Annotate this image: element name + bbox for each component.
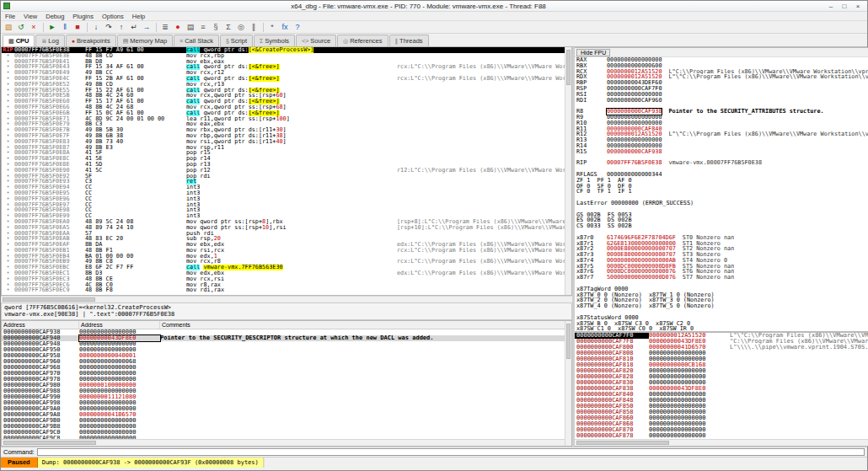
dump-row[interactable]: 0000000000CAF9480000000000000000 (2, 341, 571, 347)
dump-row[interactable]: 0000000000CAF9980000000000000000 (2, 400, 571, 406)
disasm-row[interactable]: •00007FF76B5F0E7F49 8B 6B 38mov rbp,qwor… (2, 133, 571, 139)
script-icon[interactable]: § (210, 22, 222, 33)
disasm-row[interactable]: •00007FF76B5F0E98CCint3 (2, 207, 571, 213)
disasm-horizontal-scrollbar[interactable] (1, 296, 572, 302)
pause-icon[interactable]: ‖ (59, 22, 71, 33)
disasm-row[interactable]: •00007FF76B5F0EA548 89 74 24 10mov qword… (2, 225, 571, 231)
execute-till-return-icon[interactable]: ↵ (128, 22, 140, 33)
disasm-row[interactable]: •00007FF76B5F0E4CFF 15 2B AF 61 00call q… (2, 76, 571, 82)
dump-row[interactable]: 0000000000CAF9780000000000000000 (2, 377, 571, 383)
disasm-row[interactable]: •00007FF76B5F0EB949 8B C8mov rcx,r8rcx:L… (2, 259, 571, 265)
register-row-rdi[interactable]: RDI0000000000CAF960 (576, 98, 868, 104)
threads-icon[interactable]: ∥ (248, 22, 260, 33)
disasm-row[interactable]: •00007FF76B5F0E6BFF 15 0C AF 61 00call q… (2, 110, 571, 116)
disasm-row[interactable]: •00007FF76B5F0EBCE8 6F 2C F7 FFcall vmwa… (2, 265, 571, 270)
disasm-vertical-scrollbar[interactable] (565, 47, 571, 295)
disasm-row[interactable]: •00007FF76B5F0E93C3ret (2, 179, 571, 185)
disasm-row[interactable]: •00007FF76B5F0EB148 8B F1mov rsi,rcxrcx:… (2, 248, 571, 254)
dump-row[interactable]: 0000000000CAF9580000000000040001 (2, 353, 571, 359)
settings-icon[interactable]: * (266, 22, 278, 33)
disasm-row[interactable]: •00007FF76B5F0E43FF 15 34 AF 61 00call q… (2, 64, 571, 70)
log-icon[interactable]: ≣ (159, 22, 171, 33)
command-input[interactable] (37, 448, 865, 456)
disasm-row[interactable]: •00007FF76B5F0EC18B D3mov edx,ebxedx:L"C… (2, 270, 571, 276)
breakpoints-icon[interactable]: ● (172, 22, 184, 33)
disasm-row[interactable]: •00007FF76B5F0E6648 8B 4C 24 68mov rcx,q… (2, 104, 571, 110)
dump-col-comments[interactable]: Comments (160, 321, 571, 329)
register-info-row[interactable]: CF 0 TF 1 IF 1 (576, 189, 868, 195)
menu-debug[interactable]: Debug (41, 13, 68, 20)
tab-script[interactable]: §Script (220, 35, 253, 46)
dump-col-value[interactable]: Address (79, 321, 160, 329)
close-button[interactable]: × (851, 2, 865, 11)
disasm-row[interactable]: •00007FF76B5F0EC948 8B F8mov rdi,rax (2, 287, 571, 293)
disasm-row[interactable]: •00007FF76B5F0E8E41 5Dpop r13 (2, 162, 571, 168)
menu-help[interactable]: Help (128, 13, 149, 20)
disasm-row[interactable]: •00007FF76B5F0E4949 8B CCmov rcx,r12 (2, 70, 571, 76)
dump-row[interactable]: 0000000000CAF9A800000000041B6570 (2, 412, 571, 418)
disasm-row[interactable]: •00007FF76B5F0EB4BA 01 00 00 00mov edx,1 (2, 254, 571, 260)
scrollbar-thumb[interactable] (566, 50, 571, 85)
disasm-row[interactable]: •00007FF76B5F0EC348 8B CEmov rcx,rsi (2, 276, 571, 282)
menu-options[interactable]: Options (98, 13, 128, 20)
disasm-row[interactable]: •00007FF76B5F0E97CCint3 (2, 202, 571, 208)
dump-row[interactable]: 0000000000CAF9700000000000000000 (2, 371, 571, 377)
open-file-icon[interactable]: ▨ (3, 22, 14, 33)
minimize-button[interactable]: – (824, 2, 838, 11)
register-row-r15[interactable]: R150000000000CAF938 (576, 149, 868, 155)
disasm-row[interactable]: •00007FF76B5F0E8A41 5Fpop r15 (2, 150, 571, 156)
symbols-icon[interactable]: Σ (222, 22, 234, 33)
disasm-row[interactable]: •00007FF76B5F0EC64C 8B C0mov r8,rax (2, 282, 571, 288)
goto-icon[interactable]: → (141, 22, 153, 33)
disasm-row[interactable]: •00007FF76B5F0E95CCint3 (2, 190, 571, 196)
disasm-row[interactable]: •00007FF76B5F0E798B C3mov eax,ebx (2, 121, 571, 127)
references-icon[interactable]: ◎ (235, 22, 247, 33)
disasm-row[interactable]: •00007FF76B5F0E8349 8B 73 40mov rsi,qwor… (2, 139, 571, 145)
dump-row[interactable]: 0000000000CAF9B80000000000000000 (2, 424, 571, 430)
dump-row[interactable]: 0000000000CAF9500000000000000000 (2, 347, 571, 353)
register-row-x87r7[interactable]: x87r75000000000000000D076ST7 Nonzero nan (576, 275, 868, 281)
dump-horizontal-scrollbar[interactable] (2, 439, 571, 446)
register-info-row[interactable]: x87TW_4 0 (Nonzero) x87TW_5 0 (Nonzero) (576, 303, 868, 309)
menu-file[interactable]: File (1, 13, 19, 20)
stack-row[interactable]: 0000000000CAF8780000000000000000 (575, 433, 868, 439)
tab-references[interactable]: ◎References (337, 35, 388, 46)
scrollbar-thumb[interactable] (566, 324, 571, 359)
tab-symbols[interactable]: ΣSymbols (254, 35, 295, 46)
step-over-icon[interactable]: ↷ (103, 22, 115, 33)
maximize-button[interactable]: □ (838, 2, 851, 11)
run-icon[interactable]: ► (46, 22, 58, 33)
dump-row[interactable]: 0000000000CAF9600000000000000068 (2, 359, 571, 365)
register-info-row[interactable]: LastError 00000000 (ERROR_SUCCESS) (576, 201, 868, 206)
disasm-row[interactable]: •00007FF76B5F0EA048 89 5C 24 08mov qword… (2, 219, 571, 225)
register-row-rip[interactable]: RIP00007FF76B5F0E38vmware-vmx.00007FF76B… (576, 160, 868, 166)
close-process-icon[interactable]: × (28, 22, 40, 33)
dump-row[interactable]: 0000000000CAF9380000000000000000 (2, 329, 571, 335)
disasm-row[interactable]: •00007FF76B5F0E8C41 5Epop r14 (2, 156, 571, 162)
tab-call-stack[interactable]: ≡Call Stack (174, 35, 219, 46)
disasm-row[interactable]: •00007FF76B5F0E9041 5Cpop r12r12:L"C:\\P… (2, 168, 571, 174)
disasm-row[interactable]: •00007FF76B5F0E99CCint3 (2, 213, 571, 219)
restart-icon[interactable]: ↺ (15, 22, 27, 33)
tab-log[interactable]: ≣Log (35, 35, 64, 46)
disasm-row[interactable]: •00007FF76B5F0E418B D8mov ebx,eax (2, 59, 571, 65)
disasm-row[interactable]: •00007FF76B5F0E5249 8B CDmov rcx,r13 (2, 82, 571, 88)
call-stack-icon[interactable]: ≡ (197, 22, 209, 33)
tab-source[interactable]: <>Source (296, 35, 336, 46)
disasm-row[interactable]: •00007FF76B5F0EAF8B DAmov ebx,edxedx:L"C… (2, 242, 571, 248)
disasm-row[interactable]: •00007FF76B5F0E925Fpop rdi (2, 174, 571, 179)
memory-map-icon[interactable]: ▤ (185, 22, 196, 33)
menu-plugins[interactable]: Plugins (68, 13, 98, 20)
tab-memory-map[interactable]: ▤Memory Map (117, 35, 173, 46)
disasm-row[interactable]: •00007FF76B5F0EAA57push rdi (2, 231, 571, 237)
dump-row[interactable]: 0000000000CAF9900000000011121080 (2, 394, 571, 400)
calculator-icon[interactable]: fx (279, 22, 291, 33)
stop-icon[interactable]: ■ (72, 22, 83, 33)
disasm-row[interactable]: •00007FF76B5F0E8749 8B E3mov rsp,r11 (2, 145, 571, 151)
dump-row[interactable]: 0000000000CAF9680000000000000000 (2, 365, 571, 371)
tab-cpu[interactable]: ▦CPU (3, 35, 35, 46)
disasm-row[interactable]: •00007FF76B5F0E3E48 8B CDmov rcx,rbp (2, 53, 571, 59)
step-into-icon[interactable]: ↓ (90, 22, 102, 33)
disasm-row[interactable]: •00007FF76B5F0E55FF 15 22 AF 61 00call q… (2, 88, 571, 94)
disasm-row[interactable]: •00007FF76B5F0E60FF 15 17 AF 61 00call q… (2, 99, 571, 104)
